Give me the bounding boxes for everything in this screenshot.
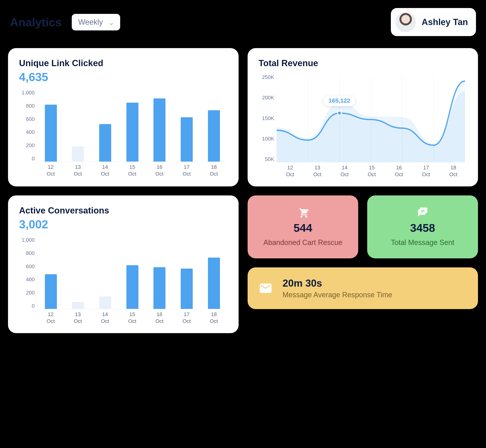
card-title: Total Revenue xyxy=(259,58,467,68)
x-tick: 12 Oct xyxy=(286,164,294,178)
period-select[interactable]: Weekly xyxy=(72,14,120,31)
bar[interactable] xyxy=(181,269,193,309)
card-unique-link-clicked: Unique Link Clicked 4,635 1,000800600400… xyxy=(8,48,239,186)
y-tick: 250K xyxy=(259,74,277,80)
x-tick: 14 Oct xyxy=(101,311,109,325)
bar[interactable] xyxy=(126,265,138,309)
page-title: Analytics xyxy=(10,16,62,29)
x-tick: 15 Oct xyxy=(128,311,136,325)
stat-label: Abandoned Cart Rescue xyxy=(263,238,342,247)
avatar xyxy=(396,12,416,32)
x-tick: 16 Oct xyxy=(156,311,164,325)
svg-point-7 xyxy=(337,111,341,115)
y-axis: 250K200K150K100K50K xyxy=(259,74,277,162)
y-tick: 400 xyxy=(19,129,37,135)
y-tick: 200 xyxy=(19,142,37,149)
stat-label: Total Message Sent xyxy=(391,238,454,247)
card-total-revenue: Total Revenue 250K200K150K100K50K 165,12… xyxy=(248,48,478,186)
header-left: Analytics Weekly xyxy=(10,14,120,31)
y-tick: 400 xyxy=(19,276,37,283)
x-axis: 12 Oct13 Oct14 Oct15 Oct16 Oct17 Oct18 O… xyxy=(37,164,227,178)
y-tick: 600 xyxy=(19,116,37,122)
y-tick: 0 xyxy=(19,156,37,162)
card-title: Unique Link Clicked xyxy=(19,58,227,68)
mail-icon xyxy=(259,281,273,295)
right-cluster: 544 Abandoned Cart Rescue 3458 Total Mes… xyxy=(248,195,478,333)
card-active-conversations: Active Conversations 3,002 1,00080060040… xyxy=(8,195,239,333)
card-metric: 3,002 xyxy=(19,217,227,231)
y-tick: 200 xyxy=(19,290,37,296)
bar[interactable] xyxy=(45,274,57,309)
bar[interactable] xyxy=(126,103,138,161)
x-tick: 18 Oct xyxy=(449,164,457,178)
stat-label: Message Average Response Time xyxy=(283,291,392,299)
x-tick: 12 Oct xyxy=(47,164,55,178)
bar-chart-active-conv: 1,0008006004002000 12 Oct13 Oct14 Oct15 … xyxy=(19,237,227,325)
x-tick: 13 Oct xyxy=(313,164,321,178)
user-chip[interactable]: Ashley Tan xyxy=(391,8,476,36)
x-tick: 13 Oct xyxy=(74,164,82,178)
bar[interactable] xyxy=(72,146,84,161)
bar-chart-unique-link: 1,0008006004002000 12 Oct13 Oct14 Oct15 … xyxy=(19,90,227,178)
x-tick: 12 Oct xyxy=(47,311,55,325)
response-content: 20m 30s Message Average Response Time xyxy=(283,277,392,299)
line-svg xyxy=(277,77,465,162)
y-tick: 800 xyxy=(19,250,37,256)
bar[interactable] xyxy=(99,124,111,161)
x-axis: 12 Oct13 Oct14 Oct15 Oct16 Oct17 Oct18 O… xyxy=(277,164,467,178)
bar[interactable] xyxy=(99,296,111,309)
bar[interactable] xyxy=(153,98,165,161)
x-tick: 18 Oct xyxy=(210,164,218,178)
cart-icon xyxy=(297,207,308,218)
period-select-value: Weekly xyxy=(78,18,103,26)
stat-card-total-messages: 3458 Total Message Sent xyxy=(367,195,478,258)
bar[interactable] xyxy=(181,117,193,161)
x-tick: 15 Oct xyxy=(128,164,136,178)
data-point-tooltip: 165,122 xyxy=(323,95,356,106)
x-axis: 12 Oct13 Oct14 Oct15 Oct16 Oct17 Oct18 O… xyxy=(37,311,227,325)
y-axis: 1,0008006004002000 xyxy=(19,237,37,309)
user-name: Ashley Tan xyxy=(422,17,468,27)
stats-row: 544 Abandoned Cart Rescue 3458 Total Mes… xyxy=(248,195,478,258)
y-tick: 200K xyxy=(259,95,277,101)
stat-value: 544 xyxy=(293,221,312,234)
x-tick: 14 Oct xyxy=(101,164,109,178)
line-chart-revenue: 250K200K150K100K50K 165,122 12 Oct13 Oct… xyxy=(259,74,467,178)
x-tick: 14 Oct xyxy=(341,164,349,178)
dashboard-grid: Unique Link Clicked 4,635 1,000800600400… xyxy=(8,48,478,333)
bar[interactable] xyxy=(208,257,220,309)
y-axis: 1,0008006004002000 xyxy=(19,90,37,162)
bar[interactable] xyxy=(153,267,165,309)
x-tick: 13 Oct xyxy=(74,311,82,325)
card-title: Active Conversations xyxy=(19,206,227,216)
y-tick: 150K xyxy=(259,115,277,121)
x-tick: 16 Oct xyxy=(395,164,403,178)
stat-value: 3458 xyxy=(410,221,435,234)
y-tick: 800 xyxy=(19,103,37,109)
page-header: Analytics Weekly Ashley Tan xyxy=(8,8,478,36)
y-tick: 1,000 xyxy=(19,90,37,96)
x-tick: 17 Oct xyxy=(183,164,191,178)
x-tick: 17 Oct xyxy=(183,311,191,325)
y-tick: 100K xyxy=(259,136,277,142)
y-tick: 0 xyxy=(19,303,37,309)
card-metric: 4,635 xyxy=(19,70,227,84)
message-sent-icon xyxy=(417,207,428,218)
y-tick: 1,000 xyxy=(19,237,37,243)
plot-area: 165,122 xyxy=(277,77,465,162)
chevron-down-icon xyxy=(109,20,114,24)
y-tick: 50K xyxy=(259,156,277,162)
stat-card-response-time: 20m 30s Message Average Response Time xyxy=(248,267,478,309)
x-tick: 15 Oct xyxy=(368,164,376,178)
x-tick: 18 Oct xyxy=(210,311,218,325)
bar[interactable] xyxy=(72,302,84,309)
bar[interactable] xyxy=(208,110,220,161)
x-tick: 17 Oct xyxy=(422,164,430,178)
bar[interactable] xyxy=(45,105,57,161)
stat-card-abandoned-cart: 544 Abandoned Cart Rescue xyxy=(248,195,358,258)
y-tick: 600 xyxy=(19,263,37,270)
plot-area xyxy=(37,92,227,162)
x-tick: 16 Oct xyxy=(156,164,164,178)
stat-value: 20m 30s xyxy=(283,277,392,289)
plot-area xyxy=(37,240,227,309)
